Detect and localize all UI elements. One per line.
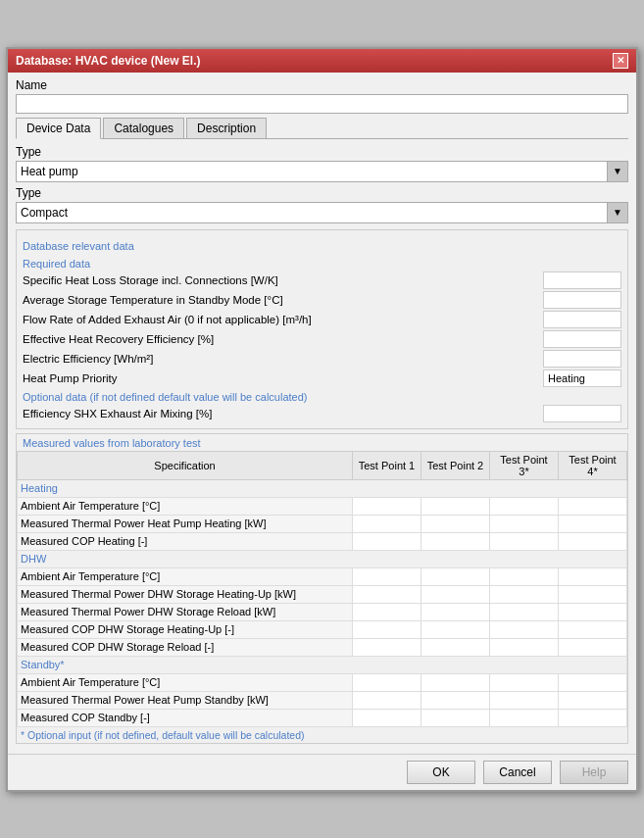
dhw-r1-tp2-input[interactable] <box>424 588 486 600</box>
db-relevant-section: Database relevant data Required data Spe… <box>16 229 628 429</box>
heating-r1-tp2-input[interactable] <box>424 518 486 529</box>
dhw-row-4-label: Measured COP DHW Storage Reload [-] <box>18 638 353 656</box>
optional-field-input-0[interactable] <box>543 405 621 422</box>
standby-r1-tp1-input[interactable] <box>356 694 418 706</box>
optional-data-label: Optional data (if not defined default va… <box>23 391 621 403</box>
table-row: Ambient Air Temperature [°C] <box>18 673 627 691</box>
heating-r2-tp4-input[interactable] <box>562 535 623 547</box>
help-button[interactable]: Help <box>560 761 628 784</box>
heating-row-0-label: Ambient Air Temperature [°C] <box>18 497 353 515</box>
tab-device-data[interactable]: Device Data <box>16 118 101 139</box>
dhw-r0-tp4-input[interactable] <box>562 570 623 582</box>
heating-r1-tp1-input[interactable] <box>356 518 418 529</box>
heating-r1-tp3-input[interactable] <box>493 518 555 529</box>
heat-pump-priority-value: Heating <box>543 370 621 387</box>
heating-row-0-tp4[interactable] <box>559 497 627 515</box>
standby-r0-tp1-input[interactable] <box>356 676 418 688</box>
dhw-r4-tp1-input[interactable] <box>356 641 418 653</box>
dhw-r0-tp1-input[interactable] <box>356 570 418 582</box>
col-test2: Test Point 2 <box>421 451 490 479</box>
dhw-r2-tp3-input[interactable] <box>493 606 555 617</box>
heating-row-2-label: Measured COP Heating [-] <box>18 532 353 550</box>
dhw-r2-tp1-input[interactable] <box>356 606 418 617</box>
tabs-bar: Device Data Catalogues Description <box>16 118 628 139</box>
standby-r0-tp3-input[interactable] <box>493 676 555 688</box>
ok-button[interactable]: OK <box>407 761 475 784</box>
heating-r0-tp2-input[interactable] <box>424 500 486 512</box>
standby-r2-tp1-input[interactable] <box>356 712 418 723</box>
dhw-row-1-label: Measured Thermal Power DHW Storage Heati… <box>18 585 353 603</box>
standby-r2-tp2-input[interactable] <box>424 712 486 723</box>
field-label-4: Electric Efficiency [Wh/m²] <box>23 351 543 367</box>
dhw-row-2-label: Measured Thermal Power DHW Storage Reloa… <box>18 603 353 620</box>
heating-r0-tp3-input[interactable] <box>493 500 555 512</box>
dhw-r3-tp4-input[interactable] <box>562 623 623 635</box>
dhw-r2-tp2-input[interactable] <box>424 606 486 617</box>
optional-field-label-0: Efficiency SHX Exhaust Air Mixing [%] <box>23 406 543 421</box>
category-heating: Heating <box>18 479 627 497</box>
type-dropdown-1-wrapper: Heat pump ▼ <box>16 161 628 182</box>
standby-r0-tp4-input[interactable] <box>562 676 623 688</box>
table-row: Measured Thermal Power Heat Pump Heating… <box>18 515 627 532</box>
field-input-3[interactable] <box>543 330 621 348</box>
heating-row-0-tp3[interactable] <box>490 497 559 515</box>
table-row: Measured Thermal Power DHW Storage Reloa… <box>18 603 627 620</box>
field-row-1: Average Storage Temperature in Standby M… <box>23 291 621 309</box>
main-window: Database: HVAC device (New El.) ✕ Name D… <box>6 47 638 792</box>
field-label-5: Heat Pump Priority <box>23 370 543 386</box>
heating-r2-tp3-input[interactable] <box>493 535 555 547</box>
heating-row-0-tp2[interactable] <box>421 497 490 515</box>
name-section: Name <box>16 78 628 114</box>
type-label-1: Type <box>16 145 628 159</box>
table-row: Measured COP DHW Storage Heating-Up [-] <box>18 620 627 638</box>
heating-r0-tp4-input[interactable] <box>562 500 623 512</box>
field-input-1[interactable] <box>543 291 621 309</box>
cancel-button[interactable]: Cancel <box>483 761 552 784</box>
type-dropdown-2-wrapper: Compact ▼ <box>16 202 628 223</box>
footer: OK Cancel Help <box>8 754 636 790</box>
dhw-r4-tp3-input[interactable] <box>493 641 555 653</box>
standby-r1-tp4-input[interactable] <box>562 694 623 706</box>
tab-catalogues[interactable]: Catalogues <box>103 118 184 138</box>
standby-r2-tp4-input[interactable] <box>562 712 623 723</box>
field-input-4[interactable] <box>543 350 621 368</box>
type-dropdown-2[interactable]: Compact <box>16 202 628 223</box>
db-relevant-label: Database relevant data <box>23 240 621 252</box>
field-input-2[interactable] <box>543 311 621 328</box>
heating-r2-tp2-input[interactable] <box>424 535 486 547</box>
dhw-r1-tp4-input[interactable] <box>562 588 623 600</box>
heating-r1-tp4-input[interactable] <box>562 518 623 529</box>
dhw-r3-tp3-input[interactable] <box>493 623 555 635</box>
table-row: Measured Thermal Power Heat Pump Standby… <box>18 691 627 709</box>
dhw-r0-tp3-input[interactable] <box>493 570 555 582</box>
heating-r0-tp1-input[interactable] <box>356 500 418 512</box>
standby-r1-tp2-input[interactable] <box>424 694 486 706</box>
dhw-r3-tp2-input[interactable] <box>424 623 486 635</box>
required-data-label: Required data <box>23 258 621 270</box>
category-heating-label: Heating <box>18 479 627 497</box>
field-label-2: Flow Rate of Added Exhaust Air (0 if not… <box>23 312 543 327</box>
heating-row-0-tp1[interactable] <box>353 497 421 515</box>
dhw-r3-tp1-input[interactable] <box>356 623 418 635</box>
standby-r1-tp3-input[interactable] <box>493 694 555 706</box>
dhw-r1-tp1-input[interactable] <box>356 588 418 600</box>
type-dropdown-1[interactable]: Heat pump <box>16 161 628 182</box>
standby-r2-tp3-input[interactable] <box>493 712 555 723</box>
dhw-r1-tp3-input[interactable] <box>493 588 555 600</box>
field-input-0[interactable] <box>543 271 621 289</box>
table-row: Ambient Air Temperature [°C] <box>18 567 627 585</box>
dhw-r2-tp4-input[interactable] <box>562 606 623 617</box>
dhw-r4-tp2-input[interactable] <box>424 641 486 653</box>
heating-r2-tp1-input[interactable] <box>356 535 418 547</box>
col-test4: Test Point 4* <box>559 451 627 479</box>
category-dhw-label: DHW <box>18 550 627 567</box>
standby-row-1-label: Measured Thermal Power Heat Pump Standby… <box>18 691 353 709</box>
dhw-r0-tp2-input[interactable] <box>424 570 486 582</box>
tab-description[interactable]: Description <box>186 118 267 138</box>
table-row: Measured COP Standby [-] <box>18 709 627 726</box>
standby-r0-tp2-input[interactable] <box>424 676 486 688</box>
close-button[interactable]: ✕ <box>613 53 628 69</box>
field-label-0: Specific Heat Loss Storage incl. Connect… <box>23 272 543 288</box>
name-input[interactable] <box>16 94 628 114</box>
dhw-r4-tp4-input[interactable] <box>562 641 623 653</box>
